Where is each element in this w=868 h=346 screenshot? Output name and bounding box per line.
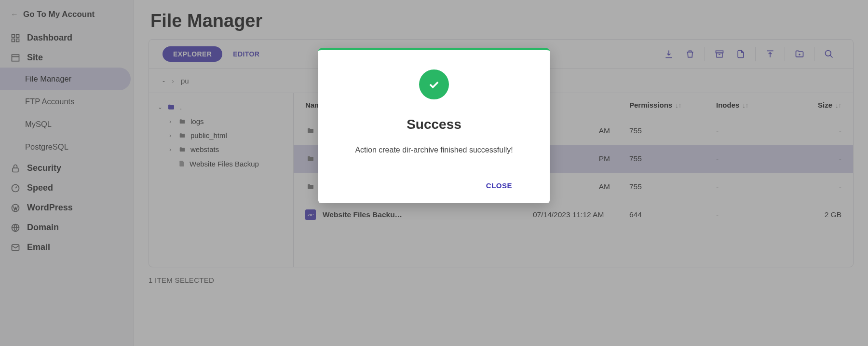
success-dialog: Success Action create dir-archive finish… [318,48,550,203]
dialog-message: Action create dir-archive finished succe… [333,146,535,154]
dialog-title: Success [333,117,535,132]
check-circle-icon [419,69,449,99]
close-button[interactable]: CLOSE [482,178,535,194]
modal-overlay[interactable]: Success Action create dir-archive finish… [0,0,868,346]
